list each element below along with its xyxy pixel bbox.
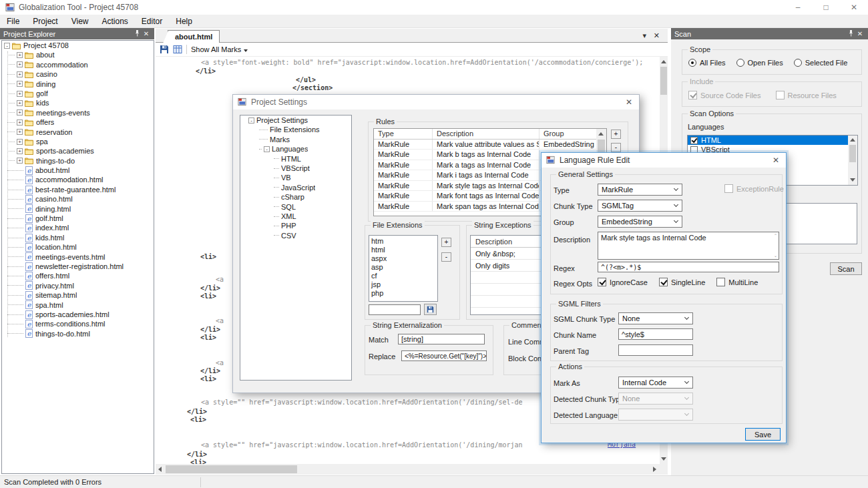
chunk-type-combobox[interactable]: SGMLTag — [598, 200, 682, 212]
match-input[interactable]: [string] — [398, 334, 485, 344]
save-icon[interactable] — [160, 45, 169, 54]
pin-icon[interactable] — [132, 30, 142, 38]
tab-close-icon[interactable]: ✕ — [654, 31, 660, 40]
expand-icon[interactable]: + — [17, 109, 23, 115]
collapse-icon[interactable]: - — [248, 117, 254, 124]
sgml-chunk-type-combobox[interactable]: None — [618, 312, 693, 324]
scope-radio-selected-file[interactable]: Selected File — [794, 59, 848, 67]
tree-folder-offers[interactable]: +offers — [2, 117, 154, 127]
tree-folder-reservation[interactable]: +reservation — [2, 128, 154, 137]
expand-icon[interactable]: + — [17, 158, 23, 164]
regex-opt-multiline[interactable]: MultiLine — [716, 278, 758, 286]
tree-file-spa[interactable]: espa.html — [2, 300, 154, 310]
regex-opt-singleline[interactable]: SingleLine — [659, 278, 705, 286]
tree-file-offers[interactable]: eoffers.html — [2, 271, 154, 280]
tree-folder-things-to-do[interactable]: +things-to-do — [2, 156, 154, 166]
tree-file-terms-conditions[interactable]: eterms-conditions.html — [2, 319, 154, 328]
languages-scrollbar[interactable] — [848, 136, 857, 185]
extension-item[interactable]: php — [369, 289, 437, 298]
remove-extension-button[interactable]: - — [441, 252, 451, 262]
settings-node-sql[interactable]: SQL — [240, 202, 351, 212]
tree-file-about[interactable]: eabout.html — [2, 166, 154, 175]
extension-item[interactable]: aspx — [369, 254, 437, 263]
tree-folder-dining[interactable]: +dining — [2, 79, 154, 89]
tree-file-privacy[interactable]: eprivacy.html — [2, 281, 154, 290]
collapse-icon[interactable]: - — [4, 43, 10, 49]
expand-icon[interactable]: + — [17, 81, 23, 87]
extension-item[interactable]: jsp — [369, 280, 437, 289]
settings-tree[interactable]: -Project SettingsFile ExtensionsMarks-La… — [240, 115, 352, 381]
settings-node-html[interactable]: HTML — [240, 154, 351, 164]
settings-node-javascript[interactable]: JavaScript — [240, 183, 351, 192]
include-checkbox-source-code-files[interactable]: Source Code Files — [688, 91, 761, 99]
regex-opt-ignorecase[interactable]: IgnoreCase — [598, 278, 648, 286]
save-button[interactable]: Save — [745, 428, 781, 441]
menu-help[interactable]: Help — [169, 15, 199, 27]
menu-actions[interactable]: Actions — [95, 15, 135, 27]
remove-rule-button[interactable]: - — [611, 143, 621, 152]
settings-node-csv[interactable]: CSV — [240, 231, 351, 240]
tree-folder-about[interactable]: +about — [2, 50, 154, 59]
collapse-icon[interactable]: - — [264, 146, 270, 152]
type-combobox[interactable]: MarkRule — [598, 184, 682, 196]
tree-folder-sports-academies[interactable]: +sports-academies — [2, 146, 154, 156]
show-all-marks-button[interactable]: Show All Marks — [191, 45, 248, 53]
marks-table-icon[interactable] — [173, 45, 182, 54]
detected-language-combobox[interactable] — [618, 409, 693, 421]
editor-horizontal-scrollbar[interactable] — [156, 464, 668, 475]
expand-icon[interactable]: + — [17, 100, 23, 106]
parent-tag-input[interactable] — [618, 344, 693, 356]
tree-file-casino[interactable]: ecasino.html — [2, 194, 154, 204]
column-header[interactable]: Description — [433, 129, 539, 139]
expand-icon[interactable]: + — [17, 91, 23, 97]
expand-icon[interactable]: + — [17, 139, 23, 145]
close-panel-icon[interactable]: ✕ — [142, 30, 151, 37]
tree-folder-golf[interactable]: +golf — [2, 89, 154, 98]
expand-icon[interactable]: + — [17, 71, 23, 77]
dialog-close-icon[interactable]: ✕ — [771, 156, 781, 165]
tree-folder-kids[interactable]: +kids — [2, 98, 154, 107]
settings-node-marks[interactable]: Marks — [240, 135, 351, 144]
extension-item[interactable]: htm — [369, 237, 437, 246]
add-extension-button[interactable]: + — [441, 238, 451, 247]
settings-node-vb[interactable]: VB — [240, 173, 351, 182]
expand-icon[interactable]: + — [17, 119, 23, 126]
tree-folder-spa[interactable]: +spa — [2, 137, 154, 146]
include-checkbox-resource-files[interactable]: Resource Files — [776, 91, 837, 99]
dialog-close-icon[interactable]: ✕ — [624, 97, 634, 107]
tree-file-index[interactable]: eindex.html — [2, 223, 154, 232]
settings-node-languages[interactable]: -Languages — [240, 144, 351, 154]
tree-folder-casino[interactable]: +casino — [2, 69, 154, 79]
tree-file-accommodation[interactable]: eaccommodation.html — [2, 175, 154, 184]
minimize-button[interactable]: – — [784, 0, 812, 15]
column-header[interactable]: Group — [539, 129, 596, 139]
settings-node-csharp[interactable]: cSharp — [240, 192, 351, 202]
extension-item[interactable]: asp — [369, 263, 437, 272]
exception-rule-checkbox[interactable]: ExceptionRule — [724, 184, 784, 193]
project-tree[interactable]: -Project 45708+about+accommodation+casin… — [1, 40, 154, 474]
tree-file-meetings-events[interactable]: emeetings-events.html — [2, 252, 154, 262]
tab-list-dropdown-icon[interactable]: ▾ — [642, 31, 646, 40]
menu-project[interactable]: Project — [26, 15, 64, 27]
rule-row[interactable]: MarkRuleMark value attribute values as S… — [374, 140, 596, 150]
tree-file-sitemap[interactable]: esitemap.html — [2, 290, 154, 300]
menu-view[interactable]: View — [65, 15, 95, 27]
settings-node-project-settings[interactable]: -Project Settings — [240, 115, 351, 125]
close-button[interactable]: ✕ — [840, 0, 868, 15]
tree-file-kids[interactable]: ekids.html — [2, 233, 154, 242]
tree-file-golf[interactable]: egolf.html — [2, 214, 154, 223]
expand-icon[interactable]: + — [17, 148, 23, 154]
tree-file-location[interactable]: elocation.html — [2, 242, 154, 252]
menu-editor[interactable]: Editor — [135, 15, 169, 27]
settings-node-php[interactable]: PHP — [240, 221, 351, 230]
chunk-name-input[interactable]: ^style$ — [618, 328, 693, 340]
group-combobox[interactable]: EmbededString — [598, 216, 682, 228]
scroll-up-icon[interactable]: ⌃ — [774, 234, 777, 238]
scope-radio-all-files[interactable]: All Files — [688, 59, 726, 67]
tree-root[interactable]: -Project 45708 — [2, 41, 154, 50]
extension-item[interactable]: cf — [369, 272, 437, 280]
tree-file-things-to-do[interactable]: ethings-to-do.html — [2, 329, 154, 338]
expand-icon[interactable]: + — [17, 61, 23, 67]
tree-file-sports-academies[interactable]: esports-academies.html — [2, 310, 154, 319]
scroll-down-icon[interactable]: ⌄ — [774, 254, 777, 258]
